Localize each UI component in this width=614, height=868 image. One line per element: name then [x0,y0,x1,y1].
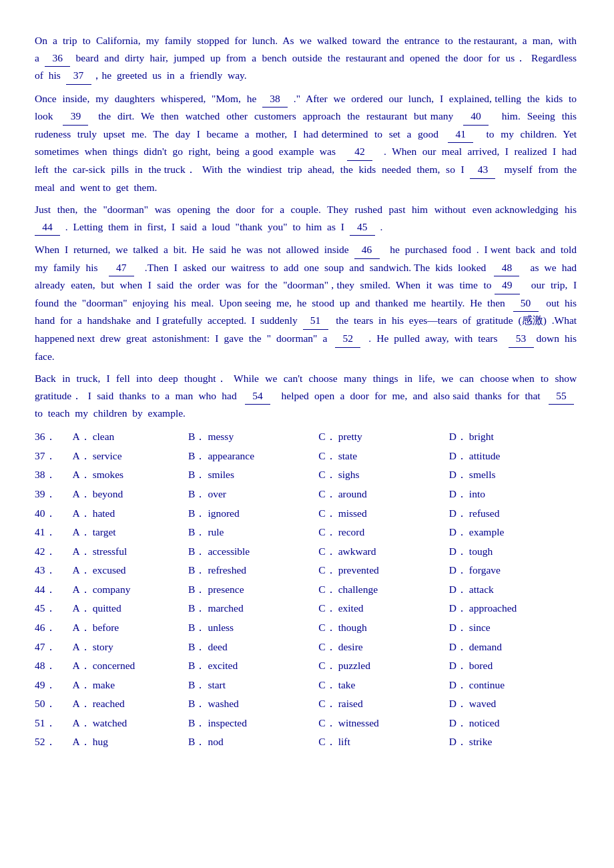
question-num: 52． [35,732,72,752]
blank-55: 55 [549,387,574,405]
question-num: 51． [35,713,72,732]
passage-container: On a trip to California, my family stopp… [35,32,579,751]
question-row-43: 43． A．excused B．refreshed C．prevented D．… [35,561,579,580]
paragraph-4: When I returned, we talked a bit. He sai… [35,241,579,365]
option-a: A．stressful [72,541,188,561]
question-row-46: 46． A．before B．unless C．though D．since [35,618,579,637]
question-num: 41． [35,523,72,542]
option-b: B．washed [188,694,318,714]
option-d: D．refused [449,503,579,523]
option-d: D．continue [449,675,579,694]
option-d: D．noticed [449,713,579,732]
blank-41: 41 [448,126,473,144]
question-row-52: 52． A．hug B．nod C．lift D．strike [35,732,579,752]
question-num: 43． [35,561,72,580]
option-c: C．sighs [318,465,448,485]
option-b: B．inspected [188,713,318,732]
option-d: D．forgave [449,561,579,580]
question-num: 36． [35,427,72,447]
option-b: B．smiles [188,465,318,485]
paragraph-2: Once inside, my daughters whispered, "Mo… [35,90,579,196]
option-d: D．tough [449,541,579,561]
question-num: 45． [35,599,72,618]
question-num: 38． [35,465,72,485]
question-num: 37． [35,446,72,465]
option-b: B．messy [188,427,318,447]
option-d: D．bored [449,656,579,676]
option-c: C．missed [318,503,448,523]
option-c: C．prevented [318,561,448,580]
option-b: B．accessible [188,541,318,561]
option-c: C．exited [318,599,448,618]
blank-49: 49 [495,276,520,294]
blank-36: 36 [45,49,70,67]
option-b: B．appearance [188,446,318,465]
option-d: D．attack [449,580,579,599]
option-a: A．concerned [72,656,188,676]
option-a: A．hug [72,732,188,752]
option-d: D．strike [449,732,579,752]
question-row-45: 45． A．quitted B．marched C．exited D．appro… [35,599,579,618]
option-d: D．into [449,485,579,504]
option-a: A．story [72,637,188,656]
option-d: D．since [449,618,579,637]
question-row-50: 50． A．reached B．washed C．raised D．waved [35,694,579,714]
option-c: C．state [318,446,448,465]
option-c: C．puzzled [318,656,448,676]
blank-54: 54 [245,387,270,405]
option-b: B．marched [188,599,318,618]
question-num: 47． [35,637,72,656]
blank-37: 37 [66,67,91,85]
option-c: C．pretty [318,427,448,447]
paragraph-5: Back in truck, I fell into deep thought．… [35,370,579,422]
option-c: C．desire [318,637,448,656]
question-num: 50． [35,694,72,714]
question-row-51: 51． A．watched B．inspected C．witnessed D．… [35,713,579,732]
blank-48: 48 [494,259,519,277]
question-row-40: 40． A．hated B．ignored C．missed D．refused [35,503,579,523]
option-c: C．awkward [318,541,448,561]
question-row-47: 47． A．story B．deed C．desire D．demand [35,637,579,656]
option-b: B．presence [188,580,318,599]
option-b: B．ignored [188,503,318,523]
option-b: B．over [188,485,318,504]
option-a: A．beyond [72,485,188,504]
question-row-48: 48． A．concerned B．excited C．puzzled D．bo… [35,656,579,676]
option-b: B．excited [188,656,318,676]
option-d: D．example [449,523,579,542]
option-a: A．make [72,675,188,694]
option-a: A．reached [72,694,188,714]
option-b: B．start [188,675,318,694]
question-num: 44． [35,580,72,599]
question-row-37: 37． A．service B．appearance C．state D．att… [35,446,579,465]
blank-51: 51 [303,312,328,330]
option-b: B．nod [188,732,318,752]
option-d: D．demand [449,637,579,656]
blank-42: 42 [347,143,372,161]
question-num: 39． [35,485,72,504]
option-c: C．though [318,618,448,637]
option-a: A．target [72,523,188,542]
option-b: B．deed [188,637,318,656]
option-a: A．hated [72,503,188,523]
option-c: C．record [318,523,448,542]
option-d: D．smells [449,465,579,485]
question-num: 49． [35,675,72,694]
blank-45: 45 [350,218,375,236]
paragraph-1: On a trip to California, my family stopp… [35,32,579,85]
option-a: A．company [72,580,188,599]
option-a: A．before [72,618,188,637]
paragraph-3: Just then, the "doorman" was opening the… [35,201,579,236]
option-c: C．take [318,675,448,694]
option-a: A．clean [72,427,188,447]
question-row-44: 44． A．company B．presence C．challenge D．a… [35,580,579,599]
option-a: A．excused [72,561,188,580]
blank-50: 50 [513,294,539,312]
option-a: A．service [72,446,188,465]
option-a: A．smokes [72,465,188,485]
question-num: 46． [35,618,72,637]
option-c: C．around [318,485,448,504]
blank-43: 43 [470,161,495,179]
blank-39: 39 [63,107,88,126]
question-row-36: 36． A．clean B．messy C．pretty D．bright [35,427,579,447]
